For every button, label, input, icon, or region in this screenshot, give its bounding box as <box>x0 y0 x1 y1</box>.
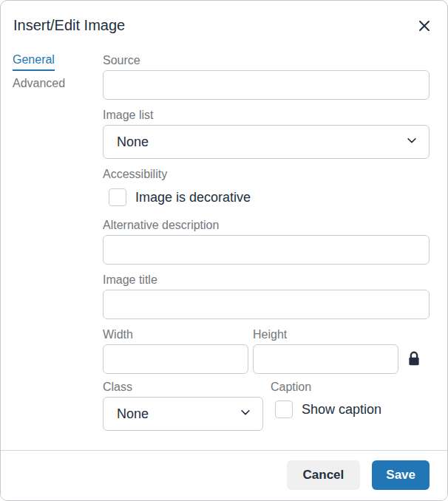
image-title-field-group: Image title <box>103 273 430 319</box>
tab-general[interactable]: General <box>13 53 55 71</box>
dialog-header: Insert/Edit Image <box>1 1 447 44</box>
image-list-field-group: Image list None <box>103 108 430 159</box>
image-list-selected-value: None <box>117 135 149 149</box>
class-select[interactable]: None <box>103 397 263 431</box>
cancel-button[interactable]: Cancel <box>287 460 361 490</box>
caption-field-group: Caption Show caption <box>271 380 430 431</box>
class-caption-row: Class None Caption Show capti <box>103 380 430 431</box>
save-button[interactable]: Save <box>372 460 430 490</box>
image-title-label: Image title <box>103 273 430 287</box>
image-list-label: Image list <box>103 108 430 122</box>
dialog-title: Insert/Edit Image <box>13 17 125 34</box>
width-field-group: Width <box>103 327 248 374</box>
height-field-group: Height <box>253 327 398 374</box>
source-label: Source <box>103 53 430 67</box>
insert-edit-image-dialog: Insert/Edit Image General Advanced Sourc… <box>0 0 448 501</box>
source-input[interactable] <box>103 70 430 100</box>
height-input[interactable] <box>253 344 398 374</box>
close-icon <box>416 25 432 36</box>
decorative-checkbox-row: Image is decorative <box>109 188 430 206</box>
alt-description-label: Alternative description <box>103 218 430 232</box>
caption-label: Caption <box>271 380 430 394</box>
alt-description-input[interactable] <box>103 235 430 265</box>
class-label: Class <box>103 380 263 394</box>
show-caption-label: Show caption <box>302 402 381 418</box>
class-field-group: Class None <box>103 380 263 431</box>
show-caption-checkbox-row: Show caption <box>275 401 430 418</box>
chevron-down-icon <box>239 406 252 423</box>
general-form: Source Image list None Accessibility <box>103 53 430 450</box>
close-button[interactable] <box>416 18 432 34</box>
image-is-decorative-label: Image is decorative <box>135 190 251 205</box>
alt-description-field-group: Alternative description <box>103 218 430 265</box>
dialog-body: General Advanced Source Image list None <box>1 44 447 450</box>
lock-icon <box>406 359 422 370</box>
class-selected-value: None <box>117 407 149 420</box>
dimensions-row: Width Height <box>103 327 430 374</box>
tab-advanced[interactable]: Advanced <box>13 77 65 90</box>
tab-list: General Advanced <box>13 53 103 450</box>
image-title-input[interactable] <box>103 290 430 319</box>
accessibility-label: Accessibility <box>103 167 430 181</box>
height-label: Height <box>253 327 398 341</box>
constrain-proportions-button[interactable] <box>401 349 427 374</box>
source-field-group: Source <box>103 53 430 100</box>
image-list-select[interactable]: None <box>103 125 430 159</box>
width-label: Width <box>103 327 248 341</box>
show-caption-checkbox[interactable] <box>275 401 293 418</box>
image-is-decorative-checkbox[interactable] <box>109 188 126 206</box>
dialog-footer: Cancel Save <box>1 450 447 500</box>
chevron-down-icon <box>405 134 418 151</box>
accessibility-group: Accessibility Image is decorative <box>103 167 430 218</box>
width-input[interactable] <box>103 344 248 374</box>
